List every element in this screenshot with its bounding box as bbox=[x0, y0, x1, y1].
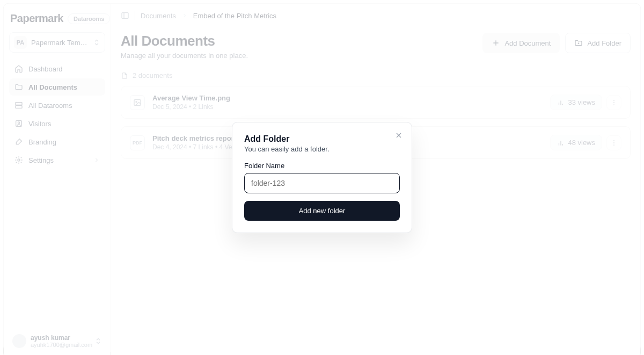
add-new-folder-button[interactable]: Add new folder bbox=[244, 201, 400, 221]
modal-description: You can easily add a folder. bbox=[244, 145, 400, 153]
folder-name-label: Folder Name bbox=[244, 162, 400, 170]
add-folder-modal: Add Folder You can easily add a folder. … bbox=[232, 122, 412, 233]
modal-title: Add Folder bbox=[244, 134, 400, 144]
modal-overlay[interactable]: Add Folder You can easily add a folder. … bbox=[3, 3, 641, 352]
folder-name-input[interactable] bbox=[244, 173, 400, 193]
close-button[interactable] bbox=[394, 131, 403, 140]
